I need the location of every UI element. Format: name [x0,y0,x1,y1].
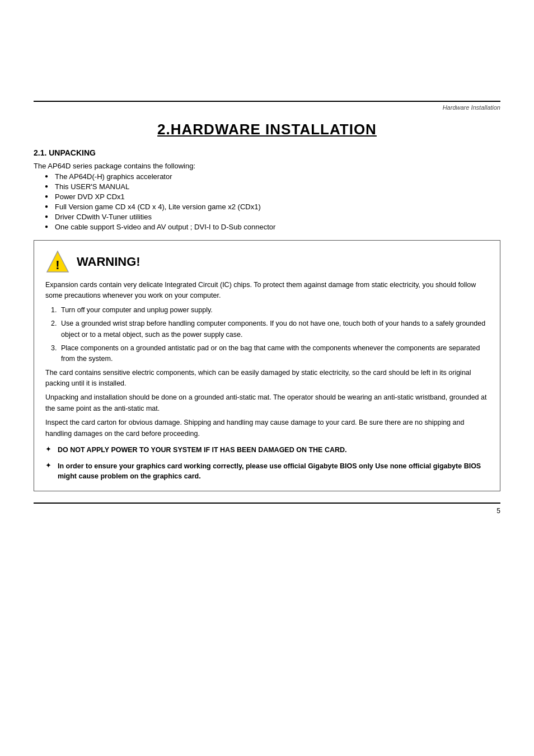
item-number: 3. [51,343,61,365]
warning-bold-item: ✦In order to ensure your graphics card w… [45,461,489,482]
warning-bold-items: ✦DO NOT APPLY POWER TO YOUR SYSTEM IF IT… [45,445,489,482]
item-number: 2. [51,318,61,340]
warning-numbered-list: 1.Turn off your computer and unplug powe… [51,305,489,365]
list-item: This USER'S MANUAL [45,182,500,191]
list-item: Driver CDwith V-Tuner utilities [45,213,500,221]
top-rule [34,101,500,102]
item-number: 1. [51,305,61,316]
list-item: Full Version game CD x4 (CD x 4), Lite v… [45,203,500,211]
unpacking-list: The AP64D(-H) graphics acceleratorThis U… [45,172,500,231]
item-text: Use a grounded wrist strap before handli… [61,318,489,340]
bold-item-bullet: ✦ [45,445,58,453]
bold-item-bullet: ✦ [45,461,58,469]
warning-paragraph: The card contains sensitive electric com… [45,368,489,389]
section-21-intro: The AP64D series package contains the fo… [34,162,500,170]
warning-bold-item: ✦DO NOT APPLY POWER TO YOUR SYSTEM IF IT… [45,445,489,456]
bottom-rule [34,503,500,504]
list-item: Power DVD XP CDx1 [45,192,500,201]
warning-paragraph: Unpacking and installation should be don… [45,392,489,414]
bold-item-text: In order to ensure your graphics card wo… [58,461,489,482]
warning-numbered-item: 2.Use a grounded wrist strap before hand… [51,318,489,340]
list-item: The AP64D(-H) graphics accelerator [45,172,500,181]
page-number: 5 [0,507,500,515]
warning-paragraph: Inspect the card carton for obvious dama… [45,417,489,439]
warning-paragraphs: The card contains sensitive electric com… [45,368,489,439]
item-text: Turn off your computer and unplug power … [61,305,213,316]
warning-triangle-icon: ! [45,250,70,274]
list-item: One cable support S-video and AV output … [45,223,500,231]
warning-numbered-item: 1.Turn off your computer and unplug powe… [51,305,489,316]
item-text: Place components on a grounded antistati… [61,343,489,365]
warning-box: ! WARNING! Expansion cards contain very … [34,240,500,491]
bold-item-text: DO NOT APPLY POWER TO YOUR SYSTEM IF IT … [58,445,347,456]
warning-header: ! WARNING! [45,250,489,274]
header-label: Hardware Installation [0,104,500,111]
warning-intro: Expansion cards contain very delicate In… [45,280,489,302]
section-21-title: 2.1. UNPACKING [34,148,500,157]
warning-numbered-item: 3.Place components on a grounded antista… [51,343,489,365]
svg-text:!: ! [55,258,59,272]
main-title: 2.HARDWARE INSTALLATION [34,121,500,138]
warning-title: WARNING! [77,255,140,269]
page: Hardware Installation 2.HARDWARE INSTALL… [0,101,534,756]
